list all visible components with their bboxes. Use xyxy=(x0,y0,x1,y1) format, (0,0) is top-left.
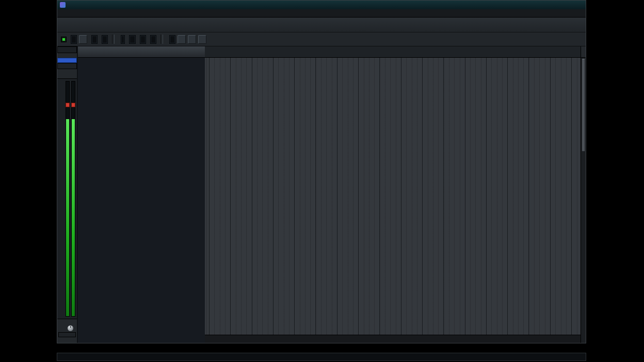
title-bar[interactable] xyxy=(57,1,586,9)
toolbar-separator xyxy=(112,35,115,44)
hzoom-200-button[interactable] xyxy=(198,35,206,44)
part-canvas[interactable] xyxy=(205,58,581,335)
hzoom-50-button[interactable] xyxy=(178,35,186,44)
arranger-main xyxy=(57,46,586,343)
timeline-ruler[interactable] xyxy=(205,46,581,58)
meter-right-level xyxy=(72,119,75,316)
volume-readout xyxy=(57,319,77,324)
pitch-spinbox[interactable] xyxy=(150,35,156,44)
fader-handle-right[interactable] xyxy=(71,103,75,107)
tempo-master-led-icon[interactable] xyxy=(61,37,67,42)
signature-denominator-spinbox[interactable] xyxy=(102,35,108,44)
pan-knob[interactable] xyxy=(68,325,73,331)
track-list xyxy=(78,46,205,343)
len-spinbox[interactable] xyxy=(140,35,146,44)
vertical-scrollbar-thumb[interactable] xyxy=(582,59,585,152)
meter-left-level xyxy=(66,119,69,316)
cursor-position-field xyxy=(121,35,125,44)
meter-left xyxy=(66,81,70,317)
bar-grid xyxy=(205,58,581,335)
strip-track-button[interactable] xyxy=(57,46,77,53)
app-icon xyxy=(60,2,66,8)
scrollbar-corner xyxy=(581,46,586,58)
menu-bar xyxy=(57,9,586,18)
vertical-scrollbar[interactable] xyxy=(581,46,586,343)
tempo-scale-spinbox[interactable] xyxy=(169,35,175,44)
pan-row[interactable] xyxy=(57,324,77,332)
automation-mode-button[interactable] xyxy=(58,332,76,337)
arranger-canvas[interactable] xyxy=(205,46,581,343)
strip-mini-toolbar xyxy=(57,53,77,58)
toolbar-transport xyxy=(57,32,586,46)
db-scale xyxy=(57,79,64,319)
meter-right xyxy=(71,81,75,317)
strip-bottom-toolbar xyxy=(57,338,77,343)
stereo-link-button[interactable] xyxy=(57,63,77,69)
tempo-spinbox[interactable] xyxy=(71,35,77,44)
signature-numerator-spinbox[interactable] xyxy=(91,35,98,44)
tap-button[interactable] xyxy=(79,35,87,44)
toolbar-separator xyxy=(160,35,163,44)
fader-value-row xyxy=(57,74,77,78)
mixer-strip xyxy=(57,46,78,343)
effect-slot-calf-equalizer[interactable] xyxy=(57,58,77,63)
gain-row[interactable] xyxy=(57,69,77,74)
muse-window xyxy=(57,0,586,343)
toolbar-main xyxy=(57,18,586,32)
track-list-body xyxy=(78,58,205,343)
hzoom-normal-button[interactable] xyxy=(188,35,196,44)
horizontal-scrollbar[interactable] xyxy=(205,335,581,343)
level-meters[interactable] xyxy=(57,78,77,319)
snap-combobox[interactable] xyxy=(129,35,136,44)
track-list-header xyxy=(78,46,205,58)
fader-handle-left[interactable] xyxy=(66,103,70,107)
song-position-ruler[interactable] xyxy=(57,353,586,361)
